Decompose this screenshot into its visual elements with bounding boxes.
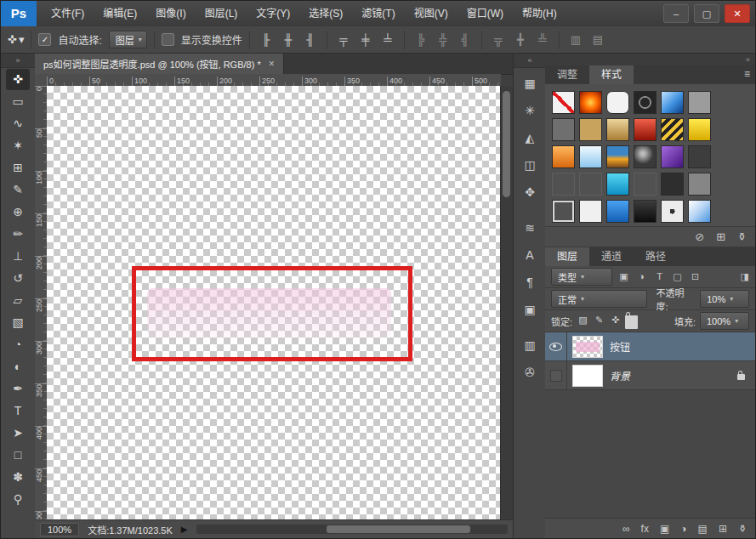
style-swatch[interactable] (552, 118, 575, 141)
style-swatch[interactable] (552, 145, 575, 168)
new-style-icon[interactable]: ⊞ (716, 230, 725, 243)
panel-icon-character[interactable]: A (517, 243, 543, 267)
style-swatch[interactable] (579, 118, 602, 141)
menu-layer[interactable]: 图层(L) (196, 1, 247, 26)
style-swatch[interactable] (688, 118, 711, 141)
blend-mode-dropdown[interactable]: 正常 ▾ (551, 290, 647, 308)
style-swatch[interactable] (579, 200, 602, 223)
collapse-toolbar-icon[interactable]: » (1, 54, 35, 68)
tab-channels[interactable]: 通道 (589, 247, 634, 266)
layer-thumbnail[interactable] (572, 336, 603, 358)
style-swatch[interactable] (688, 200, 711, 223)
style-swatch[interactable] (634, 145, 657, 168)
tab-paths[interactable]: 路径 (634, 247, 678, 266)
lock-all-icon[interactable] (625, 315, 638, 329)
panel-icon-styles[interactable]: ◭ (517, 126, 543, 150)
filter-type-icon[interactable]: T (652, 270, 667, 284)
auto-select-checkbox[interactable]: ✓ (38, 33, 51, 46)
vertical-scrollbar-thumb[interactable] (503, 91, 510, 197)
style-swatch[interactable] (579, 145, 602, 168)
tool-brush[interactable]: ✏ (6, 224, 30, 245)
style-swatch[interactable] (634, 200, 657, 223)
style-swatch[interactable] (634, 173, 657, 196)
tab-styles[interactable]: 样式 (589, 65, 634, 84)
layer-name[interactable]: 背景 (610, 368, 630, 383)
style-swatch[interactable] (606, 173, 629, 196)
tool-gradient[interactable]: ▧ (6, 312, 30, 333)
panel-icon-tools[interactable]: ✇ (517, 360, 543, 384)
style-swatch[interactable] (606, 200, 629, 223)
style-swatch[interactable] (552, 200, 575, 223)
minimize-button[interactable]: – (663, 4, 689, 23)
style-swatch[interactable] (606, 91, 629, 114)
lock-transparency-icon[interactable]: ▨ (577, 313, 589, 326)
panel-icon-swatches[interactable]: ▦ (517, 71, 543, 95)
tool-history-brush[interactable]: ↺ (6, 268, 30, 289)
menu-help[interactable]: 帮助(H) (513, 1, 566, 26)
menu-window[interactable]: 窗口(W) (458, 1, 513, 26)
status-options-arrow-icon[interactable]: ▶ (181, 525, 188, 534)
style-swatch[interactable] (579, 91, 602, 114)
tool-hand[interactable]: ✽ (6, 467, 30, 488)
panel-icon-layer-comps[interactable]: ◫ (517, 153, 543, 177)
distribute-right-icon[interactable]: ╩ (533, 31, 552, 48)
lock-position-icon[interactable]: ✜ (609, 313, 622, 326)
style-swatch[interactable] (688, 145, 711, 168)
style-swatch[interactable] (661, 91, 684, 114)
menu-file[interactable]: 文件(F) (42, 1, 94, 26)
style-swatch[interactable] (688, 173, 711, 196)
layer-row-background[interactable]: 背景 (545, 361, 755, 390)
tool-dodge[interactable]: ◐ (6, 356, 30, 377)
tool-shape[interactable]: □ (6, 445, 30, 466)
style-swatch[interactable] (606, 118, 629, 141)
layer-name[interactable]: 按钮 (610, 339, 630, 354)
auto-align-icon[interactable]: ▥ (566, 31, 585, 48)
layer-mask-icon[interactable]: ▣ (660, 523, 669, 535)
panel-icon-info[interactable]: ▣ (517, 298, 543, 321)
vertical-scrollbar[interactable] (500, 86, 513, 519)
visibility-cell[interactable] (545, 361, 567, 389)
distribute-left-icon[interactable]: ╦ (489, 31, 508, 48)
expand-dock-icon[interactable]: « (514, 54, 546, 68)
panel-icon-navigator[interactable]: ✥ (517, 180, 543, 204)
tool-preset-picker[interactable]: ✜ ▾ (8, 33, 24, 46)
distribute-vcenter-icon[interactable]: ╬ (434, 31, 452, 48)
menu-view[interactable]: 视图(V) (405, 1, 458, 26)
style-swatch[interactable] (579, 173, 602, 196)
tool-marquee[interactable]: ▭ (6, 91, 30, 112)
style-swatch[interactable] (661, 145, 684, 168)
link-layers-icon[interactable]: ∞ (622, 523, 630, 535)
style-swatch[interactable] (661, 118, 684, 141)
menu-edit[interactable]: 编辑(E) (94, 1, 146, 26)
new-layer-icon[interactable]: ⊞ (719, 523, 727, 535)
tool-type[interactable]: T (6, 400, 30, 422)
filter-smart-icon[interactable]: ⊡ (688, 270, 702, 284)
opacity-dropdown[interactable]: 10% ▾ (700, 290, 749, 308)
auto-select-target-dropdown[interactable]: 图层 ▾ (109, 31, 147, 48)
close-tab-icon[interactable]: × (269, 58, 275, 70)
style-swatch[interactable] (688, 91, 711, 114)
tool-eraser[interactable]: ▱ (6, 290, 30, 311)
fill-dropdown[interactable]: 100% ▾ (700, 312, 749, 330)
panel-icon-histogram[interactable]: ▥ (517, 333, 543, 357)
filter-pixel-icon[interactable]: ▣ (617, 270, 631, 284)
tool-blur[interactable]: ◔ (6, 334, 30, 355)
tab-layers[interactable]: 图层 (545, 247, 589, 266)
tool-crop[interactable]: ⊞ (6, 157, 30, 179)
tool-clone-stamp[interactable]: ⊥ (6, 246, 30, 267)
panel-icon-paragraph[interactable]: ¶ (517, 270, 543, 294)
layer-thumbnail[interactable] (572, 365, 603, 387)
align-right-icon[interactable]: ╧ (378, 31, 397, 48)
menu-type[interactable]: 文字(Y) (247, 1, 299, 26)
style-swatch[interactable] (661, 200, 684, 223)
workspace-icon[interactable]: ▤ (588, 31, 607, 48)
style-swatch[interactable] (634, 91, 657, 114)
tool-healing-brush[interactable]: ⊕ (6, 201, 30, 223)
layer-row-button[interactable]: 按钮 (545, 332, 755, 361)
distribute-bottom-icon[interactable]: ╣ (456, 31, 475, 48)
visibility-cell[interactable] (545, 332, 567, 360)
style-swatch[interactable] (661, 173, 684, 196)
filter-adjustment-icon[interactable]: ◑ (634, 270, 649, 284)
menu-select[interactable]: 选择(S) (299, 1, 352, 26)
filter-toggle-icon[interactable]: ◨ (741, 271, 749, 282)
